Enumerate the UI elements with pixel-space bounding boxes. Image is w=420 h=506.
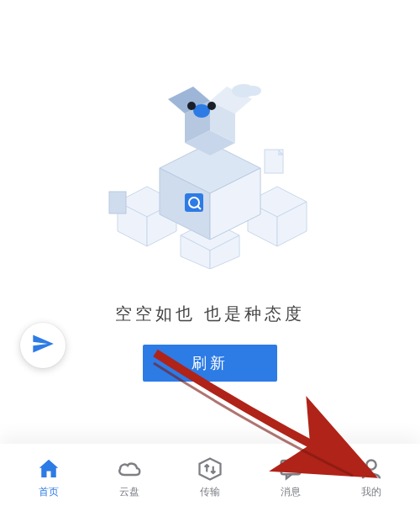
nav-transfer[interactable]: 传输	[170, 455, 250, 499]
svg-rect-9	[109, 192, 126, 213]
svg-point-29	[286, 466, 289, 469]
refresh-button[interactable]: 刷新	[143, 345, 277, 382]
nav-label: 首页	[39, 485, 59, 499]
nav-profile[interactable]: 我的	[331, 455, 412, 499]
svg-marker-27	[200, 459, 221, 480]
svg-point-19	[187, 102, 196, 110]
app-screen: 空空如也 也是种态度 刷新 首页 云盘	[0, 0, 420, 506]
bottom-nav: 首页 云盘 传输 1	[0, 444, 420, 506]
svg-point-30	[290, 466, 292, 469]
empty-state-text: 空空如也 也是种态度	[0, 303, 420, 325]
empty-illustration	[101, 76, 319, 269]
svg-point-32	[366, 460, 375, 469]
nav-label: 消息	[281, 485, 301, 499]
nav-label: 传输	[200, 485, 220, 499]
home-icon	[34, 455, 63, 483]
nav-cloud[interactable]: 云盘	[89, 455, 170, 499]
message-badge: 1	[295, 453, 308, 466]
message-icon: 1	[276, 455, 305, 483]
svg-point-31	[292, 466, 295, 469]
paper-plane-icon	[31, 332, 55, 359]
nav-home[interactable]: 首页	[8, 455, 89, 499]
profile-icon	[357, 455, 386, 483]
nav-label: 我的	[361, 485, 381, 499]
send-fab[interactable]	[20, 323, 66, 368]
svg-point-22	[246, 86, 261, 96]
transfer-icon	[196, 455, 224, 483]
nav-label: 云盘	[119, 485, 139, 499]
cloud-icon	[115, 455, 144, 483]
nav-messages[interactable]: 1 消息	[250, 455, 331, 499]
svg-point-20	[207, 102, 216, 110]
svg-point-18	[193, 104, 210, 118]
